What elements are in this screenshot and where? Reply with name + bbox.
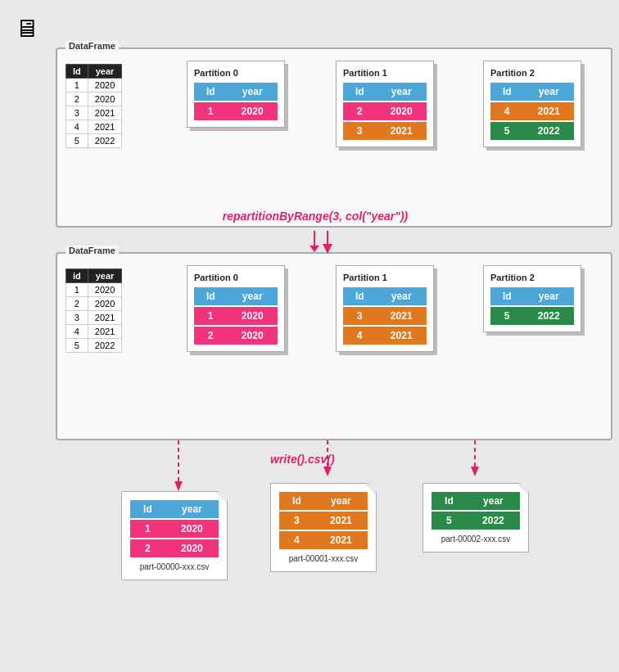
- bottom-df-table-container: id year 12020 22020 32021 42021 52022: [66, 268, 122, 353]
- top-dataframe-box: DataFrame Id year 12020 22020 32021 4202…: [56, 47, 612, 228]
- table-row: 52022: [66, 134, 122, 148]
- top-partition-2-table: Id year 4 2021 5 2022: [490, 83, 574, 140]
- top-partition-1-table: Id year 2 2020 3 2021: [343, 83, 427, 140]
- top-df-label: DataFrame: [66, 41, 119, 51]
- th-id: Id: [490, 287, 523, 306]
- file-1-table: Id year 3 2021 4 2021: [279, 492, 368, 549]
- table-row: 52022: [66, 339, 122, 353]
- bottom-df-table: id year 12020 22020 32021 42021 52022: [66, 268, 122, 353]
- th-year: year: [467, 492, 520, 511]
- th-id: Id: [343, 83, 376, 101]
- table-row: 2 2020: [130, 539, 219, 557]
- svg-marker-1: [174, 481, 183, 491]
- table-row: 5 2022: [490, 306, 574, 325]
- bottom-partition-0-label: Partition 0: [194, 273, 278, 282]
- table-row: 4 2021: [279, 530, 368, 549]
- table-row: 5 2022: [431, 511, 520, 530]
- bottom-partition-0: Partition 0 Id year 1 2020 2 2020: [187, 265, 285, 352]
- bottom-partition-0-table: Id year 1 2020 2 2020: [194, 287, 278, 345]
- bottom-partition-2-table: Id year 5 2022: [490, 287, 574, 325]
- write-label: write().csv(): [270, 453, 335, 466]
- th-year: year: [165, 500, 219, 519]
- table-row: 22020: [66, 297, 122, 311]
- file-1-name: part-00001-xxx.csv: [279, 554, 368, 563]
- top-partition-2: Partition 2 Id year 4 2021 5 2022: [483, 61, 581, 147]
- svg-marker-3: [323, 467, 332, 476]
- th-year: year: [523, 287, 574, 306]
- table-row: 2 2020: [343, 101, 427, 121]
- file-2-name: part-00002-xxx.csv: [431, 534, 520, 543]
- table-row: 32021: [66, 311, 122, 325]
- arrow-line-top: [314, 231, 315, 246]
- server-icon: 🖥: [15, 15, 39, 43]
- table-row: 1 2020: [194, 306, 278, 326]
- th-id: Id: [343, 287, 376, 306]
- bottom-partition-2: Partition 2 Id year 5 2022: [483, 265, 581, 332]
- top-partition-1-label: Partition 1: [343, 68, 427, 78]
- table-row: 3 2021: [279, 511, 368, 530]
- th-year: year: [227, 287, 278, 306]
- file-card-1: Id year 3 2021 4 2021 part-00001-xxx.csv: [270, 483, 377, 572]
- th-year: year: [314, 492, 368, 511]
- table-row: 1 2020: [194, 101, 278, 120]
- th-year: year: [376, 83, 427, 101]
- th-id: Id: [490, 83, 523, 101]
- top-df-table-container: Id year 12020 22020 32021 42021 52022: [66, 64, 122, 148]
- table-row: 5 2022: [490, 121, 574, 140]
- table-row: 22020: [66, 92, 122, 106]
- file-0-name: part-00000-xxx.csv: [130, 562, 219, 571]
- table-row: 4 2021: [343, 326, 427, 345]
- table-row: 4 2021: [490, 101, 574, 121]
- th-id: Id: [194, 287, 227, 306]
- bottom-partition-2-label: Partition 2: [490, 273, 574, 282]
- th-id: Id: [431, 492, 467, 511]
- table-row: 2 2020: [194, 326, 278, 345]
- table-row: 12020: [66, 283, 122, 297]
- table-row: 32021: [66, 106, 122, 120]
- bottom-partition-1-table: Id year 3 2021 4 2021: [343, 287, 427, 345]
- th-id: Id: [66, 65, 88, 79]
- th-id: Id: [194, 83, 227, 101]
- operation-label: repartitionByRange(3, col("year")): [221, 210, 409, 223]
- file-0-table: Id year 1 2020 2 2020: [130, 500, 219, 557]
- arrow-head: [310, 246, 319, 252]
- table-row: 3 2021: [343, 306, 427, 326]
- top-partition-0: Partition 0 Id year 1 2020: [187, 61, 285, 128]
- th-year: year: [227, 83, 278, 101]
- th-id: Id: [130, 500, 165, 519]
- th-year: year: [88, 269, 121, 283]
- top-df-table: Id year 12020 22020 32021 42021 52022: [66, 64, 122, 148]
- top-partition-1: Partition 1 Id year 2 2020 3 2021: [336, 61, 434, 147]
- top-partition-2-label: Partition 2: [490, 68, 574, 78]
- top-partition-0-label: Partition 0: [194, 68, 278, 78]
- svg-marker-5: [471, 467, 479, 476]
- main-container: 🖥 DataFrame Id year 12020 22020 32021 42…: [0, 0, 619, 672]
- bottom-dataframe-box: DataFrame id year 12020 22020 32021 4202…: [56, 252, 612, 440]
- table-row: 1 2020: [130, 519, 219, 539]
- file-card-2: Id year 5 2022 part-00002-xxx.csv: [422, 483, 529, 552]
- table-row: 12020: [66, 79, 122, 92]
- bottom-df-label: DataFrame: [66, 246, 119, 255]
- bottom-partition-1-label: Partition 1: [343, 273, 427, 282]
- th-year: year: [376, 287, 427, 306]
- table-row: 42021: [66, 325, 122, 339]
- file-card-0: Id year 1 2020 2 2020 part-00000-xxx.csv: [121, 491, 228, 580]
- file-2-table: Id year 5 2022: [431, 492, 520, 530]
- table-row: 3 2021: [343, 121, 427, 140]
- th-id: Id: [279, 492, 314, 511]
- th-id: id: [66, 269, 88, 283]
- bottom-partition-1: Partition 1 Id year 3 2021 4 2021: [336, 265, 434, 352]
- operation-arrow-container: [310, 231, 319, 252]
- table-row: 42021: [66, 120, 122, 134]
- th-year: year: [523, 83, 574, 101]
- top-partition-0-table: Id year 1 2020: [194, 83, 278, 120]
- th-year: year: [88, 65, 121, 79]
